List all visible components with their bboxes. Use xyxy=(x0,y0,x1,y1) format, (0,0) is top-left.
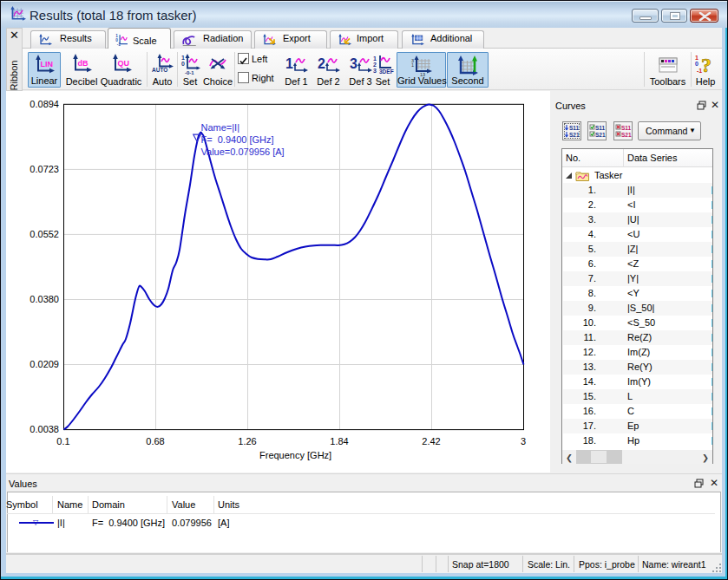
svg-text:-0-1: -0-1 xyxy=(185,70,194,75)
svg-text:S21: S21 xyxy=(621,132,632,138)
svg-text:1: 1 xyxy=(285,56,293,71)
svg-text:0: 0 xyxy=(115,38,118,42)
svg-text:2: 2 xyxy=(318,56,325,71)
svg-text:S21: S21 xyxy=(595,132,606,138)
svg-text:1: 1 xyxy=(411,62,414,68)
svg-text:-1: -1 xyxy=(117,42,121,47)
svg-text:S11: S11 xyxy=(569,125,580,131)
svg-text:-1: -1 xyxy=(697,68,702,74)
svg-text:dB: dB xyxy=(78,59,89,68)
svg-text:LIN: LIN xyxy=(41,60,54,68)
svg-text:1: 1 xyxy=(181,55,185,61)
svg-text:1: 1 xyxy=(373,55,377,62)
svg-text:0: 0 xyxy=(181,61,185,67)
svg-text:S11: S11 xyxy=(621,125,632,131)
svg-text:3: 3 xyxy=(350,56,357,71)
svg-text:3DEF: 3DEF xyxy=(379,68,394,75)
svg-text:1: 1 xyxy=(695,55,698,61)
svg-text:QU: QU xyxy=(117,59,129,68)
svg-text:3: 3 xyxy=(373,68,377,74)
svg-text:S11: S11 xyxy=(595,125,606,131)
svg-text:?: ? xyxy=(701,54,712,75)
svg-text:0: 0 xyxy=(695,61,698,67)
svg-text:S21: S21 xyxy=(569,132,580,138)
svg-text:AUTO: AUTO xyxy=(152,67,167,73)
svg-text:2: 2 xyxy=(373,62,377,68)
